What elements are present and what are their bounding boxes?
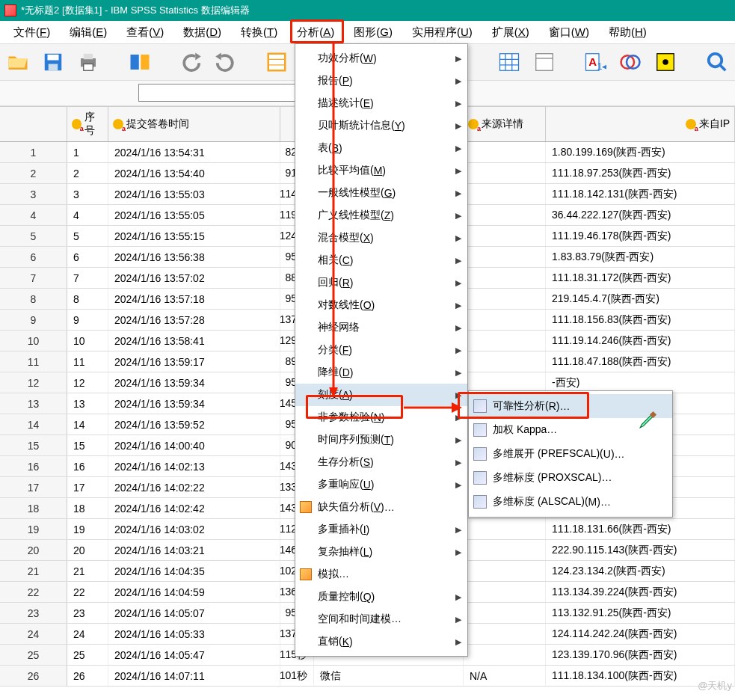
cell-seq[interactable]: 4 xyxy=(67,205,108,225)
cell-seq[interactable]: 13 xyxy=(67,393,108,414)
scale-item[interactable]: 加权 Kappa… xyxy=(469,418,672,442)
analyze-item[interactable]: 刻度(A)▶ xyxy=(295,384,467,406)
cell-seq[interactable]: 21 xyxy=(67,561,108,581)
analyze-item[interactable]: 对数线性(O)▶ xyxy=(295,294,467,316)
cell-time[interactable]: 2024/1/16 13:59:34 xyxy=(108,393,280,414)
cell-srcdetail[interactable] xyxy=(464,142,546,162)
cell-ip[interactable]: 111.18.47.188(陕西-西安) xyxy=(546,351,735,372)
analyze-item[interactable]: 直销(K)▶ xyxy=(295,630,467,653)
row-header[interactable]: 12 xyxy=(0,372,67,393)
cell-srcdetail[interactable] xyxy=(464,226,546,246)
goto-case-icon[interactable] xyxy=(265,49,289,75)
row-header[interactable]: 1 xyxy=(0,142,67,162)
cell-srcdetail[interactable] xyxy=(464,331,546,351)
cell-ip[interactable]: 1.83.83.79(陕西-西安) xyxy=(546,247,735,267)
cell-seq[interactable]: 9 xyxy=(67,310,108,330)
cell-time[interactable]: 2024/1/16 13:55:03 xyxy=(108,184,280,204)
row-header[interactable]: 22 xyxy=(0,582,67,602)
analyze-item[interactable]: 回归(R)▶ xyxy=(295,271,467,294)
row-header[interactable]: 20 xyxy=(0,540,67,560)
cell-srcdetail[interactable] xyxy=(464,561,546,581)
cell-seq[interactable]: 14 xyxy=(67,414,108,435)
cell-time[interactable]: 2024/1/16 14:00:40 xyxy=(108,435,280,455)
cell-ip[interactable]: 219.145.4.7(陕西-西安) xyxy=(546,289,735,309)
analyze-item[interactable]: 空间和时间建模…▶ xyxy=(295,608,467,630)
cell-srcdetail[interactable] xyxy=(464,205,546,225)
cell-srcdetail[interactable] xyxy=(464,603,546,623)
analyze-item[interactable]: 复杂抽样(L)▶ xyxy=(295,541,467,563)
row-header[interactable]: 21 xyxy=(0,561,67,581)
open-icon[interactable] xyxy=(6,49,31,75)
cell-srcdetail[interactable] xyxy=(464,289,546,309)
analyze-item[interactable]: 神经网络▶ xyxy=(295,316,467,339)
analyze-item[interactable]: 表(B)▶ xyxy=(295,137,467,159)
row-header[interactable]: 15 xyxy=(0,435,67,455)
cell-ip[interactable]: -西安) xyxy=(546,372,735,393)
cell-time[interactable]: 2024/1/16 14:02:13 xyxy=(108,456,280,476)
menu-utilities[interactable]: 实用程序(U) xyxy=(405,23,480,42)
cell-time[interactable]: 2024/1/16 13:59:52 xyxy=(108,414,280,435)
cell-time[interactable]: 2024/1/16 14:03:02 xyxy=(108,519,280,539)
cell-seq[interactable]: 7 xyxy=(67,268,108,288)
cell-srcdetail[interactable] xyxy=(464,582,546,602)
cell-seq[interactable]: 10 xyxy=(67,331,108,351)
cell-srcdetail[interactable] xyxy=(464,268,546,288)
row-header[interactable]: 5 xyxy=(0,226,67,246)
undo-icon[interactable] xyxy=(179,49,203,75)
cell-seq[interactable]: 18 xyxy=(67,498,108,518)
scale-item[interactable]: 可靠性分析(R)… xyxy=(469,394,672,418)
cell-ip[interactable]: 123.139.170.96(陕西-西安) xyxy=(546,645,735,665)
cell-ip[interactable]: 111.19.46.178(陕西-西安) xyxy=(546,226,735,246)
col-ip[interactable]: 来自IP xyxy=(546,106,735,141)
row-header[interactable]: 10 xyxy=(0,331,67,351)
menu-help[interactable]: 帮助(H) xyxy=(601,23,654,42)
cell-srcdetail[interactable] xyxy=(464,247,546,267)
cell-time[interactable]: 2024/1/16 13:58:41 xyxy=(108,331,280,351)
analyze-item[interactable]: 相关(C)▶ xyxy=(295,249,467,271)
menu-analyze[interactable]: 分析(A) xyxy=(289,23,342,42)
row-header[interactable]: 13 xyxy=(0,393,67,414)
row-header[interactable]: 7 xyxy=(0,268,67,288)
cell-ip[interactable]: 111.18.97.253(陕西-西安) xyxy=(546,163,735,183)
cell-seq[interactable]: 3 xyxy=(67,184,108,204)
analyze-item[interactable]: 时间序列预测(T)▶ xyxy=(295,429,467,451)
analyze-item[interactable]: 缺失值分析(V)… xyxy=(295,496,467,518)
cell-srcdetail[interactable] xyxy=(464,351,546,372)
row-header[interactable]: 17 xyxy=(0,477,67,497)
cell-time[interactable]: 2024/1/16 13:59:17 xyxy=(108,351,280,372)
find-icon[interactable] xyxy=(704,49,729,75)
row-header[interactable]: 4 xyxy=(0,205,67,225)
analyze-item[interactable]: 分类(F)▶ xyxy=(295,339,467,361)
cell-time[interactable]: 2024/1/16 13:59:34 xyxy=(108,372,280,393)
cell-seq[interactable]: 1 xyxy=(67,142,108,162)
cell-srcdetail[interactable] xyxy=(464,624,546,644)
cell-time[interactable]: 2024/1/16 14:05:47 xyxy=(108,645,280,665)
row-header[interactable]: 26 xyxy=(0,666,67,686)
cell-srcdetail[interactable] xyxy=(464,540,546,560)
cell-srcdetail[interactable] xyxy=(464,372,546,393)
cell-ip[interactable]: 113.134.39.224(陕西-西安) xyxy=(546,582,735,602)
row-header[interactable]: 16 xyxy=(0,456,67,476)
cell-ip[interactable]: 111.19.14.246(陕西-西安) xyxy=(546,331,735,351)
cell-seq[interactable]: 22 xyxy=(67,582,108,602)
cell-time[interactable]: 2024/1/16 13:54:40 xyxy=(108,163,280,183)
cell-time[interactable]: 2024/1/16 13:57:02 xyxy=(108,268,280,288)
table-row[interactable]: 26262024/1/16 14:07:11101秒微信N/A111.18.13… xyxy=(0,666,735,687)
row-header[interactable]: 23 xyxy=(0,603,67,623)
cell-seq[interactable]: 17 xyxy=(67,477,108,497)
cell-ip[interactable]: 36.44.222.127(陕西-西安) xyxy=(546,205,735,225)
cell-time[interactable]: 2024/1/16 14:07:11 xyxy=(108,666,280,686)
row-header[interactable]: 24 xyxy=(0,624,67,644)
row-header[interactable]: 11 xyxy=(0,351,67,372)
row-header[interactable]: 25 xyxy=(0,645,67,665)
variables-icon[interactable] xyxy=(497,49,522,75)
redo-icon[interactable] xyxy=(213,49,238,75)
col-seq[interactable]: 序号 xyxy=(67,106,108,141)
menu-view[interactable]: 查看(V) xyxy=(119,23,171,42)
analyze-item[interactable]: 生存分析(S)▶ xyxy=(295,451,467,473)
analyze-item[interactable]: 多重插补(I)▶ xyxy=(295,518,467,541)
cell-seq[interactable]: 20 xyxy=(67,540,108,560)
use-sets-icon[interactable] xyxy=(618,49,643,75)
cell-time[interactable]: 2024/1/16 14:03:21 xyxy=(108,540,280,560)
scale-item[interactable]: 多维标度 (PROXSCAL)… xyxy=(469,466,672,490)
